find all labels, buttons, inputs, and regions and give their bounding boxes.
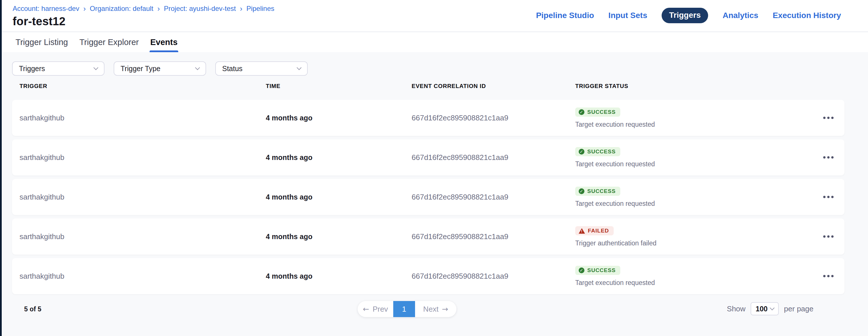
event-time: 4 months ago bbox=[266, 193, 412, 201]
row-options-menu-icon[interactable] bbox=[812, 149, 844, 166]
show-label: Show bbox=[727, 304, 745, 313]
status-detail: Target execution requested bbox=[575, 121, 812, 128]
tab-trigger-listing[interactable]: Trigger Listing bbox=[16, 32, 68, 52]
column-header-time: Time bbox=[266, 83, 412, 90]
per-page-label: per page bbox=[784, 304, 813, 313]
row-options-menu-icon[interactable] bbox=[812, 267, 844, 285]
status-badge-label: SUCCESS bbox=[587, 148, 616, 155]
trigger-status-cell: SUCCESS Target execution requested bbox=[575, 266, 812, 287]
trigger-name: sarthakgithub bbox=[20, 272, 266, 281]
pagination: Prev 1 Next bbox=[358, 301, 456, 317]
event-correlation-id: 667d16f2ec895908821c1aa9 bbox=[412, 272, 575, 281]
chevron-down-icon bbox=[195, 65, 200, 70]
table-row: sarthakgithub 4 months ago 667d16f2ec895… bbox=[12, 219, 844, 255]
events-list: sarthakgithub 4 months ago 667d16f2ec895… bbox=[12, 100, 844, 294]
breadcrumb-separator-icon: › bbox=[157, 5, 160, 12]
event-time: 4 months ago bbox=[266, 154, 412, 162]
nav-analytics[interactable]: Analytics bbox=[722, 11, 758, 20]
page-number-button[interactable]: 1 bbox=[393, 301, 415, 317]
column-header-trigger: Trigger bbox=[20, 83, 266, 90]
status-detail: Trigger authentication failed bbox=[575, 239, 812, 247]
trigger-status-cell: SUCCESS Target execution requested bbox=[575, 187, 812, 208]
tab-label: Trigger Listing bbox=[16, 38, 68, 47]
row-options-menu-icon[interactable] bbox=[812, 188, 844, 206]
status-badge: SUCCESS bbox=[575, 266, 620, 275]
event-time: 4 months ago bbox=[266, 272, 412, 280]
page-size-group: Show 100 per page bbox=[727, 302, 813, 315]
trigger-type-filter-dropdown[interactable]: Trigger Type bbox=[114, 61, 206, 76]
nav-input-sets[interactable]: Input Sets bbox=[609, 11, 647, 20]
arrow-right-icon bbox=[442, 305, 448, 314]
chevron-down-icon bbox=[297, 65, 302, 70]
nav-execution-history[interactable]: Execution History bbox=[773, 11, 841, 20]
next-page-button[interactable]: Next bbox=[415, 301, 456, 317]
tab-events[interactable]: Events bbox=[150, 32, 178, 52]
table-row: sarthakgithub 4 months ago 667d16f2ec895… bbox=[12, 258, 844, 294]
tab-label: Trigger Explorer bbox=[80, 38, 139, 47]
status-badge: SUCCESS bbox=[575, 187, 620, 196]
event-correlation-id: 667d16f2ec895908821c1aa9 bbox=[412, 153, 575, 162]
breadcrumb-project[interactable]: Project: ayushi-dev-test bbox=[164, 5, 236, 12]
dropdown-label: Trigger Type bbox=[121, 65, 160, 73]
nav-pipeline-studio[interactable]: Pipeline Studio bbox=[536, 11, 594, 20]
status-badge-label: FAILED bbox=[588, 228, 609, 234]
check-circle-icon bbox=[579, 149, 584, 155]
status-detail: Target execution requested bbox=[575, 160, 812, 168]
column-header-trigger-status: Trigger Status bbox=[575, 83, 812, 90]
table-row: sarthakgithub 4 months ago 667d16f2ec895… bbox=[12, 100, 844, 136]
prev-page-button[interactable]: Prev bbox=[358, 301, 393, 317]
prev-label: Prev bbox=[373, 305, 388, 314]
triggers-filter-dropdown[interactable]: Triggers bbox=[12, 61, 104, 76]
breadcrumb-separator-icon: › bbox=[240, 5, 243, 12]
tab-label: Events bbox=[150, 38, 178, 47]
breadcrumb-pipelines[interactable]: Pipelines bbox=[246, 5, 274, 12]
trigger-status-cell: SUCCESS Target execution requested bbox=[575, 147, 812, 168]
trigger-name: sarthakgithub bbox=[20, 193, 266, 202]
trigger-status-cell: SUCCESS Target execution requested bbox=[575, 107, 812, 128]
check-circle-icon bbox=[579, 188, 584, 194]
status-badge: SUCCESS bbox=[575, 107, 620, 117]
check-circle-icon bbox=[579, 109, 584, 115]
status-filter-dropdown[interactable]: Status bbox=[215, 61, 308, 76]
event-correlation-id: 667d16f2ec895908821c1aa9 bbox=[412, 113, 575, 123]
trigger-name: sarthakgithub bbox=[20, 113, 266, 123]
trigger-name: sarthakgithub bbox=[20, 153, 266, 162]
arrow-left-icon bbox=[363, 305, 369, 314]
dropdown-label: Triggers bbox=[19, 65, 45, 73]
event-time: 4 months ago bbox=[266, 114, 412, 122]
trigger-name: sarthakgithub bbox=[20, 232, 266, 241]
status-badge: FAILED bbox=[575, 226, 614, 235]
list-footer: 5 of 5 Prev 1 Next Show 100 per page bbox=[12, 301, 844, 317]
warning-triangle-icon bbox=[579, 228, 585, 234]
chevron-down-icon bbox=[770, 306, 775, 310]
row-options-menu-icon[interactable] bbox=[812, 109, 844, 127]
breadcrumb-organization[interactable]: Organization: default bbox=[90, 5, 153, 12]
page-size-select[interactable]: 100 bbox=[751, 302, 779, 315]
chevron-down-icon bbox=[94, 65, 98, 70]
events-content: Triggers Trigger Type Status Trigger Tim… bbox=[0, 52, 868, 336]
page-header: Account: harness-dev › Organization: def… bbox=[0, 0, 868, 32]
event-correlation-id: 667d16f2ec895908821c1aa9 bbox=[412, 232, 575, 241]
status-detail: Target execution requested bbox=[575, 279, 812, 287]
trigger-status-cell: FAILED Trigger authentication failed bbox=[575, 226, 812, 247]
row-options-menu-icon[interactable] bbox=[812, 228, 844, 245]
result-count: 5 of 5 bbox=[24, 301, 41, 317]
nav-triggers[interactable]: Triggers bbox=[662, 8, 708, 23]
filters-row: Triggers Trigger Type Status bbox=[12, 61, 844, 76]
status-detail: Target execution requested bbox=[575, 200, 812, 208]
tab-trigger-explorer[interactable]: Trigger Explorer bbox=[80, 32, 139, 52]
trigger-tabbar: Trigger Listing Trigger Explorer Events bbox=[0, 32, 868, 52]
column-header-event-correlation-id: Event Correlation ID bbox=[412, 83, 575, 90]
table-row: sarthakgithub 4 months ago 667d16f2ec895… bbox=[12, 139, 844, 175]
pipeline-top-nav: Pipeline Studio Input Sets Triggers Anal… bbox=[536, 0, 841, 31]
status-badge: SUCCESS bbox=[575, 147, 620, 156]
event-time: 4 months ago bbox=[266, 233, 412, 241]
dropdown-label: Status bbox=[222, 65, 243, 73]
breadcrumb-account[interactable]: Account: harness-dev bbox=[12, 5, 79, 12]
status-badge-label: SUCCESS bbox=[587, 188, 616, 194]
collapsed-sidebar-strip bbox=[0, 0, 2, 336]
next-label: Next bbox=[423, 305, 438, 314]
page-size-value: 100 bbox=[755, 305, 768, 313]
table-header-row: Trigger Time Event Correlation ID Trigge… bbox=[12, 82, 844, 90]
breadcrumb-separator-icon: › bbox=[83, 5, 86, 12]
